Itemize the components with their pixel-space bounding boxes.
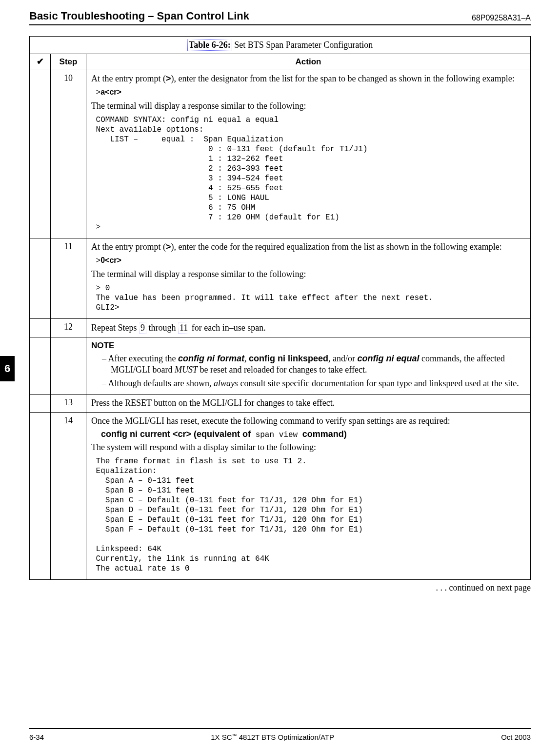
step-link[interactable]: 11 xyxy=(178,322,189,334)
note-item: After executing the config ni format, co… xyxy=(102,353,525,376)
table-row: 14 Once the MGLI/GLI has reset, execute … xyxy=(30,412,531,579)
step-action: At the entry prompt (>), enter the code … xyxy=(86,238,531,318)
step-number: 10 xyxy=(51,70,86,238)
page-footer: 6-34 1X SC™ 4812T BTS Optimization/ATP O… xyxy=(29,728,531,741)
note-cell: NOTE After executing the config ni forma… xyxy=(86,337,531,394)
step-action: Once the MGLI/GLI has reset, execute the… xyxy=(86,412,531,579)
table-row: 11 At the entry prompt (>), enter the co… xyxy=(30,238,531,318)
note-item: Although defaults are shown, always cons… xyxy=(102,378,525,389)
step-link[interactable]: 9 xyxy=(139,322,146,334)
step-number: 11 xyxy=(51,238,86,318)
chapter-tab: 6 xyxy=(0,356,15,381)
table-row: 10 At the entry prompt (>), enter the de… xyxy=(30,70,531,238)
step-number: 12 xyxy=(51,318,86,337)
terminal-output: COMMAND SYNTAX: config ni equal a equal … xyxy=(91,115,525,232)
col-header-check: ✔ xyxy=(30,54,51,70)
col-header-action: Action xyxy=(86,54,531,70)
terminal-output: The frame format in flash is set to use … xyxy=(91,456,525,573)
table-title-rest: Set BTS Span Parameter Configuration xyxy=(232,40,373,50)
table-row: 12 Repeat Steps 9 through 11 for each in… xyxy=(30,318,531,337)
footer-title: 1X SC™ 4812T BTS Optimization/ATP xyxy=(44,733,501,741)
page-header: Basic Troubleshooting – Span Control Lin… xyxy=(29,10,531,25)
continued-line: . . . continued on next page xyxy=(29,583,531,593)
page-title: Basic Troubleshooting – Span Control Lin… xyxy=(29,10,249,22)
step-number: 13 xyxy=(51,395,86,412)
table-row: NOTE After executing the config ni forma… xyxy=(30,337,531,394)
step-number: 14 xyxy=(51,412,86,579)
terminal-output: > 0 The value has been programmed. It wi… xyxy=(91,283,525,313)
doc-number: 68P09258A31–A xyxy=(472,14,531,22)
table-row: 13 Press the RESET button on the MGLI/GL… xyxy=(30,395,531,412)
table-title-label: Table 6-26: xyxy=(187,40,232,51)
footer-page-number: 6-34 xyxy=(29,733,44,741)
col-header-step: Step xyxy=(51,54,86,70)
step-action: At the entry prompt (>), enter the desig… xyxy=(86,70,531,238)
config-table: Table 6-26: Set BTS Span Parameter Confi… xyxy=(29,36,531,580)
footer-date: Oct 2003 xyxy=(501,733,531,741)
note-heading: NOTE xyxy=(91,340,525,351)
step-action: Repeat Steps 9 through 11 for each in–us… xyxy=(86,318,531,337)
table-title-cell: Table 6-26: Set BTS Span Parameter Confi… xyxy=(30,37,531,54)
step-action: Press the RESET button on the MGLI/GLI f… xyxy=(86,395,531,412)
